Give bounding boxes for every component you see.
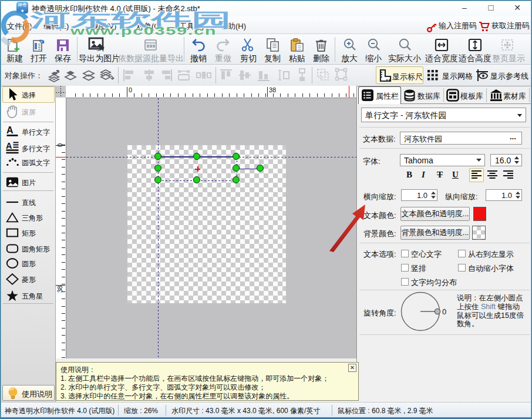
- svg-text:A: A: [6, 125, 14, 135]
- svg-text:A: A: [6, 141, 12, 150]
